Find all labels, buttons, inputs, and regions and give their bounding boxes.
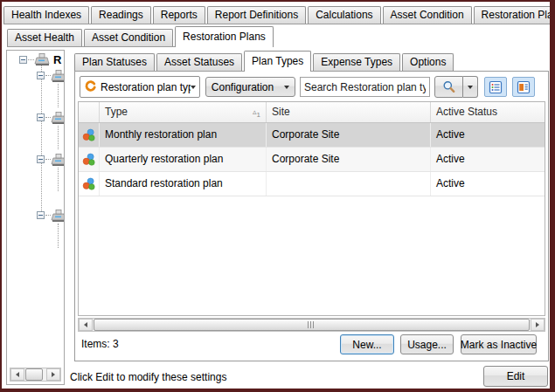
column-header-site[interactable]: Site (267, 102, 431, 122)
orange-ring-icon (84, 80, 97, 93)
column-header-type[interactable]: Type ▵1 (100, 102, 267, 122)
configuration-button[interactable]: Configuration (205, 77, 295, 97)
tab-asset-health[interactable]: Asset Health (7, 29, 82, 46)
column-header-label: Active Status (436, 102, 497, 122)
scrollbar-thumb[interactable] (94, 319, 530, 331)
asset-machine-icon (51, 209, 65, 223)
mark-as-inactive-button[interactable]: Mark as Inactive (461, 334, 537, 354)
tree-node-child[interactable] (7, 153, 65, 167)
table-row-standard[interactable]: Standard restoration plan Active (79, 172, 545, 196)
tree-node-label: R (53, 53, 61, 66)
tab-settings-restoration-plans[interactable]: Restoration Plans (175, 26, 274, 47)
edit-button[interactable]: Edit (483, 366, 548, 387)
tab-expense-types[interactable]: Expense Types (313, 53, 400, 71)
column-header-icon[interactable] (79, 102, 100, 122)
tree-node-child[interactable] (7, 111, 65, 125)
tab-reports[interactable]: Reports (153, 6, 205, 24)
plan-type-balls-icon (82, 153, 96, 167)
usage-button[interactable]: Usage... (400, 334, 454, 354)
tree-horizontal-scrollbar[interactable] (10, 368, 61, 382)
cell-site: Corporate Site (267, 148, 431, 171)
app-window: Health Indexes Readings Reports Report D… (0, 0, 555, 392)
tree-connector-line (58, 168, 59, 191)
tab-calculations[interactable]: Calculations (308, 6, 380, 24)
asset-machine-icon (51, 69, 65, 83)
search-split-button[interactable] (434, 76, 478, 98)
scroll-left-arrow[interactable] (10, 368, 24, 381)
main-tab-bar: Health Indexes Readings Reports Report D… (3, 3, 550, 24)
tree-node-child[interactable] (7, 69, 65, 83)
cell-type: Standard restoration plan (100, 172, 267, 196)
column-header-active-status[interactable]: Active Status (431, 102, 545, 122)
table-header-row: Type ▵1 Site Active Status (79, 102, 545, 123)
new-button[interactable]: New... (340, 334, 394, 354)
asset-tree-panel: R (6, 50, 65, 385)
cell-type: Monthly restoration plan (100, 123, 267, 147)
items-count-label: Items: 3 (81, 338, 119, 350)
scroll-right-arrow[interactable] (531, 319, 545, 331)
cell-active-status: Active (431, 148, 545, 171)
list-view-icon (489, 80, 503, 94)
chevron-down-icon (284, 86, 289, 89)
plan-type-balls-icon (82, 128, 96, 142)
scrollbar-grip-icon (308, 321, 316, 328)
tab-restoration-plans[interactable]: Restoration Plans (474, 6, 555, 24)
tab-readings[interactable]: Readings (91, 6, 151, 24)
row-icon-cell (79, 123, 100, 147)
cell-site (267, 172, 431, 196)
tree-expander-icon[interactable] (37, 155, 45, 163)
details-view-button[interactable] (512, 77, 535, 97)
tree-expander-icon[interactable] (37, 72, 45, 79)
scroll-right-arrow[interactable] (46, 368, 60, 381)
tree-connector-stub (28, 59, 34, 60)
search-button[interactable] (434, 76, 463, 98)
tree-connector-line (58, 126, 59, 149)
plan-types-panel: Restoration plan type Configuration (74, 71, 549, 361)
tree-node-root[interactable]: R (7, 52, 65, 66)
column-header-label: Site (272, 102, 290, 122)
row-icon-cell (79, 172, 100, 196)
tab-options[interactable]: Options (402, 53, 454, 71)
asset-machine-icon (51, 153, 65, 167)
chevron-down-icon (468, 86, 473, 89)
magnifier-icon (442, 80, 456, 94)
tab-asset-condition[interactable]: Asset Condition (383, 6, 472, 24)
table-horizontal-scrollbar[interactable] (78, 318, 545, 332)
tree-connector-line (58, 224, 59, 248)
row-icon-cell (79, 148, 100, 171)
scroll-left-arrow[interactable] (79, 319, 93, 331)
asset-machine-icon (51, 111, 65, 125)
scrollbar-thumb[interactable] (25, 368, 43, 381)
cell-active-status: Active (431, 123, 545, 147)
cell-type: Quarterly restoration plan (100, 148, 267, 171)
tree-connector-line (58, 84, 59, 107)
tree-node-child[interactable] (7, 209, 65, 223)
settings-tab-bar: Asset Health Asset Condition Restoration… (7, 26, 269, 47)
tree-expander-icon[interactable] (37, 211, 45, 219)
configuration-button-label: Configuration (212, 81, 274, 93)
tab-health-indexes[interactable]: Health Indexes (3, 6, 89, 24)
tree-expander-icon[interactable] (37, 113, 45, 121)
plan-type-balls-icon (82, 177, 96, 191)
tree-expander-icon[interactable] (19, 56, 27, 64)
plan-type-selector-label: Restoration plan type (101, 81, 191, 93)
tab-settings-asset-condition[interactable]: Asset Condition (84, 29, 173, 46)
tab-asset-statuses[interactable]: Asset Statuses (156, 53, 242, 71)
cell-site: Corporate Site (267, 123, 431, 147)
plan-types-table: Type ▵1 Site Active Status (78, 101, 545, 316)
plan-settings-tab-bar: Plan Statuses Asset Statuses Plan Types … (74, 51, 441, 71)
search-input[interactable] (300, 77, 430, 97)
cell-active-status: Active (431, 172, 545, 196)
table-row-quarterly[interactable]: Quarterly restoration plan Corporate Sit… (79, 148, 545, 172)
status-message: Click Edit to modify these settings (70, 371, 226, 383)
chevron-down-icon (191, 86, 196, 89)
plan-type-selector[interactable]: Restoration plan type (80, 76, 200, 98)
tab-plan-statuses[interactable]: Plan Statuses (74, 53, 155, 71)
sort-ascending-icon: ▵1 (253, 101, 260, 125)
search-options-button[interactable] (463, 76, 478, 98)
table-row-monthly[interactable]: Monthly restoration plan Corporate Site … (79, 123, 545, 148)
tree-connector-line (41, 65, 42, 217)
list-view-button[interactable] (484, 77, 507, 97)
tab-report-definitions[interactable]: Report Definitions (207, 6, 306, 24)
tab-plan-types[interactable]: Plan Types (244, 51, 311, 72)
